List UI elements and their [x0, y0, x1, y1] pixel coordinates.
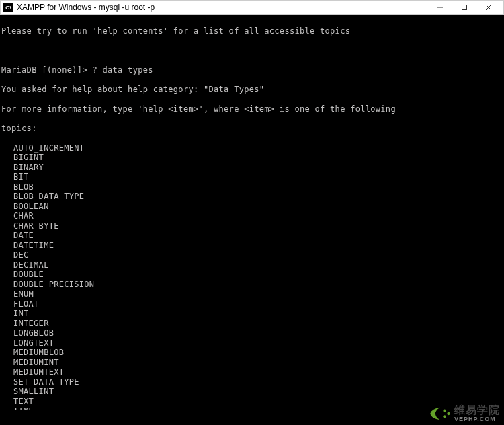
- svg-point-5: [443, 415, 446, 418]
- terminal-blank: [1, 46, 503, 56]
- maximize-button[interactable]: [452, 1, 476, 14]
- watermark-text: 维易学院 VEPHP.COM: [454, 405, 500, 422]
- app-icon: C:\: [3, 3, 13, 12]
- window-titlebar: C:\ XAMPP for Windows - mysql -u root -p: [0, 0, 504, 15]
- watermark-logo-icon: [427, 405, 450, 422]
- svg-point-4: [443, 410, 446, 412]
- help-topic-item: MEDIUMINT: [1, 358, 503, 368]
- help-topic-item: BLOB: [1, 182, 503, 192]
- help-topic-item: DEC: [1, 250, 503, 260]
- minimize-button[interactable]: [428, 1, 452, 14]
- help-topic-item: CHAR BYTE: [1, 221, 503, 231]
- help-topic-item: MEDIUMTEXT: [1, 367, 503, 377]
- help-topic-item: DOUBLE: [1, 270, 503, 280]
- svg-rect-1: [462, 5, 467, 10]
- help-topic-item: INT: [1, 309, 503, 319]
- help-topic-item: BLOB DATA TYPE: [1, 192, 503, 202]
- help-topic-item: DATETIME: [1, 241, 503, 251]
- help-topic-item: BOOLEAN: [1, 202, 503, 212]
- terminal-prompt: MariaDB [(none)]> ? data types: [1, 65, 503, 75]
- window-title: XAMPP for Windows - mysql -u root -p: [17, 3, 428, 12]
- help-topic-item: BINARY: [1, 163, 503, 173]
- help-topic-item: MEDIUMBLOB: [1, 348, 503, 358]
- terminal-line: For more information, type 'help <item>'…: [1, 104, 503, 114]
- help-topic-item: LONGBLOB: [1, 328, 503, 338]
- help-topic-item: DECIMAL: [1, 260, 503, 270]
- help-topic-item: SET DATA TYPE: [1, 377, 503, 387]
- watermark: 维易学院 VEPHP.COM: [427, 405, 500, 422]
- svg-point-6: [447, 412, 450, 415]
- help-topic-item: INTEGER: [1, 319, 503, 329]
- terminal-area[interactable]: Please try to run 'help contents' for a …: [0, 15, 504, 410]
- help-topic-item: LONGTEXT: [1, 338, 503, 348]
- help-topic-item: FLOAT: [1, 299, 503, 309]
- help-topic-item: BIGINT: [1, 153, 503, 163]
- help-topic-item: AUTO_INCREMENT: [1, 143, 503, 153]
- help-topic-item: CHAR: [1, 211, 503, 221]
- close-button[interactable]: [476, 1, 501, 14]
- help-topic-item: BIT: [1, 172, 503, 182]
- help-topic-item: SMALLINT: [1, 387, 503, 397]
- watermark-cn: 维易学院: [454, 405, 500, 416]
- watermark-url: VEPHP.COM: [454, 416, 500, 422]
- terminal-line: Please try to run 'help contents' for a …: [1, 26, 503, 36]
- help-topic-item: ENUM: [1, 289, 503, 299]
- terminal-line: topics:: [1, 124, 503, 134]
- help-topic-item: DATE: [1, 231, 503, 241]
- help-topic-item: DOUBLE PRECISION: [1, 280, 503, 290]
- terminal-line: You asked for help about help category: …: [1, 85, 503, 95]
- window-controls: [428, 1, 501, 14]
- help-topic-list: AUTO_INCREMENTBIGINTBINARYBITBLOBBLOB DA…: [1, 143, 503, 411]
